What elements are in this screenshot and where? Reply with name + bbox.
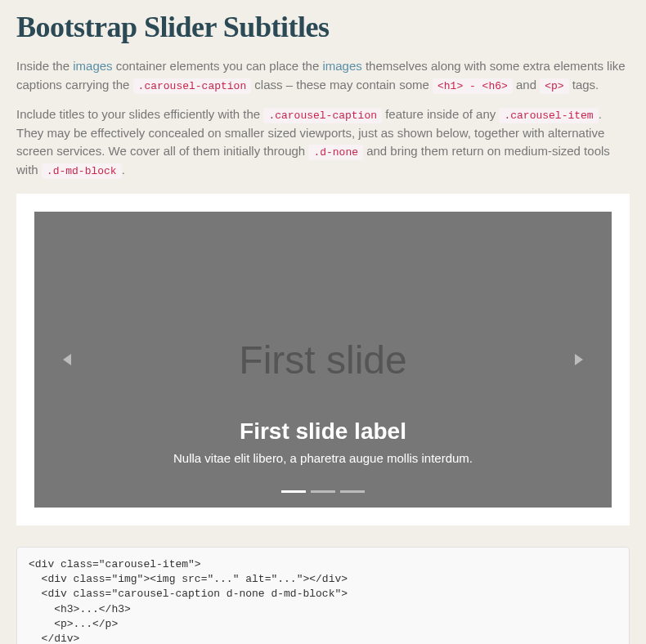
text: Inside the <box>16 59 73 73</box>
example-panel: First slide First slide label Nulla vita… <box>16 194 630 525</box>
intro-paragraph-1: Inside the images container elements you… <box>16 57 630 94</box>
carousel: First slide First slide label Nulla vita… <box>34 212 612 508</box>
images-link[interactable]: images <box>73 59 112 73</box>
carousel-next-button[interactable] <box>546 212 612 508</box>
code-snippet: .carousel-caption <box>133 78 252 94</box>
code-snippet: .d-none <box>308 145 363 160</box>
slide-placeholder-text: First slide <box>239 338 406 382</box>
carousel-prev-button[interactable] <box>34 212 100 508</box>
text: . <box>122 163 125 177</box>
caption-text: Nulla vitae elit libero, a pharetra augu… <box>121 451 525 465</box>
text: tags. <box>569 78 599 92</box>
intro-paragraph-2: Include titles to your slides efficientl… <box>16 105 630 179</box>
code-snippet: <p> <box>540 78 568 94</box>
indicator-1[interactable] <box>281 490 306 493</box>
text: class – these may contain some <box>251 78 433 92</box>
carousel-indicators <box>34 490 612 493</box>
code-snippet: .carousel-item <box>499 108 598 123</box>
chevron-left-icon <box>63 354 71 365</box>
text: container elements you can place the <box>113 59 323 73</box>
indicator-3[interactable] <box>340 490 365 493</box>
caption-title: First slide label <box>121 418 525 445</box>
images-link[interactable]: images <box>322 59 361 73</box>
carousel-caption: First slide label Nulla vitae elit liber… <box>121 418 525 465</box>
text: Include titles to your slides efficientl… <box>16 107 263 121</box>
code-snippet: .d-md-block <box>42 163 122 179</box>
code-example: <div class="carousel-item"> <div class="… <box>16 547 630 644</box>
text: feature inside of any <box>382 107 499 121</box>
indicator-2[interactable] <box>311 490 335 493</box>
code-snippet: .carousel-caption <box>263 108 382 123</box>
chevron-right-icon <box>575 354 583 365</box>
page-title: Bootstrap Slider Subtitles <box>16 10 630 44</box>
text: and <box>513 78 540 92</box>
code-snippet: <h1> - <h6> <box>433 78 513 94</box>
